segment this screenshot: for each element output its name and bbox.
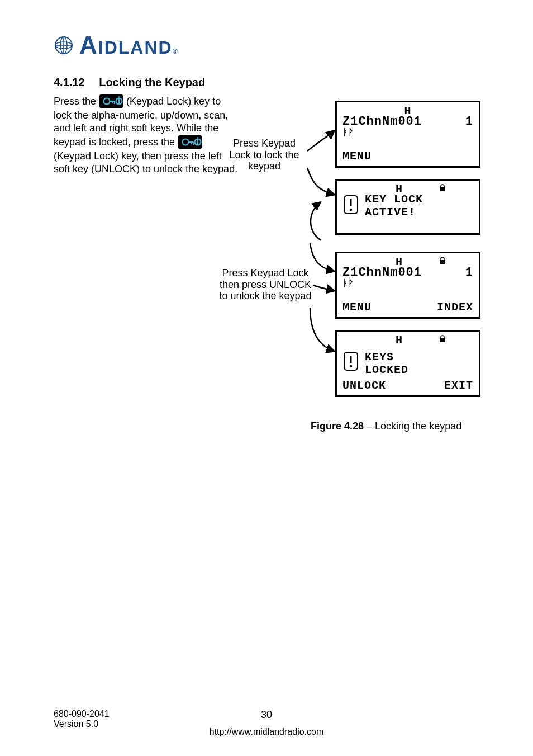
channel-number: 1 <box>465 115 473 129</box>
page-footer: 680-090-2041 Version 5.0 30 http://www.m… <box>54 709 479 729</box>
keypad-lock-icon <box>99 94 123 108</box>
screen-lock-active: H KEY LOCK ACTIVE! <box>335 179 480 235</box>
body-text-part3: (Keypad Lock) key, then press the left s… <box>54 150 237 174</box>
body-text: Press the (Keypad Lock) key to lock the … <box>54 94 238 176</box>
indicator-h: H <box>396 334 403 347</box>
msg-line1: KEYS <box>365 351 408 363</box>
antenna-icon: ᛓᚹ <box>342 279 354 289</box>
brand-letter-a: A <box>79 31 98 59</box>
screen-initial: H Z1ChnNm001 1 ᛓᚹ MENU <box>335 101 480 168</box>
msg-line2: ACTIVE! <box>365 206 423 219</box>
callout-lock: Press Keypad Lock to lock the keypad <box>222 138 306 172</box>
brand-header: AIDLAND® <box>54 31 479 59</box>
section-heading: 4.1.12 Locking the Keypad <box>54 76 479 89</box>
channel-name: Z1ChnNm001 <box>342 266 422 280</box>
registered-mark: ® <box>173 48 179 55</box>
warning-icon <box>342 351 359 372</box>
softkey-menu: MENU <box>342 150 372 163</box>
callout-unlock: Press Keypad Lock then press UNLOCK to u… <box>218 267 313 302</box>
screen-keys-locked: H KEYS LOCKED UNLOCK EXIT <box>335 330 480 397</box>
msg-line1: KEY LOCK <box>365 193 423 206</box>
figure-caption: Figure 4.28 – Locking the keypad <box>311 420 461 432</box>
channel-name: Z1ChnNm001 <box>342 115 422 129</box>
section-number: 4.1.12 <box>54 76 85 88</box>
softkey-unlock: UNLOCK <box>342 379 386 392</box>
warning-icon <box>342 194 359 215</box>
page-number: 30 <box>261 709 272 721</box>
figure-4-28: Press Keypad Lock to lock the keypad Pre… <box>223 101 480 414</box>
svg-point-11 <box>118 96 120 97</box>
svg-point-5 <box>104 98 110 105</box>
footer-url: http://www.midlandradio.com <box>210 727 324 737</box>
section-title: Locking the Keypad <box>99 76 205 88</box>
body-text-part1: Press the <box>54 96 99 107</box>
globe-icon <box>54 35 74 55</box>
svg-rect-23 <box>440 260 445 264</box>
svg-point-22 <box>350 209 353 211</box>
softkey-index: INDEX <box>437 301 473 314</box>
brand-wordmark: AIDLAND® <box>79 31 179 59</box>
keypad-lock-icon <box>178 135 202 149</box>
figure-text: – Locking the keypad <box>364 420 461 432</box>
brand-rest: IDLAND <box>98 37 173 58</box>
figure-label: Figure 4.28 <box>311 420 364 432</box>
screen-locked-channel: H Z1ChnNm001 1 ᛓᚹ MENU INDEX <box>335 252 480 319</box>
svg-point-12 <box>183 139 189 145</box>
antenna-icon: ᛓᚹ <box>342 128 354 138</box>
padlock-icon <box>439 335 446 346</box>
softkey-menu: MENU <box>342 301 372 314</box>
svg-point-18 <box>197 137 198 138</box>
channel-number: 1 <box>465 266 473 280</box>
padlock-icon <box>439 184 446 195</box>
svg-rect-24 <box>440 338 445 342</box>
svg-point-27 <box>350 365 353 368</box>
svg-rect-19 <box>440 187 445 191</box>
msg-line2: LOCKED <box>365 363 408 376</box>
softkey-exit: EXIT <box>444 379 473 392</box>
